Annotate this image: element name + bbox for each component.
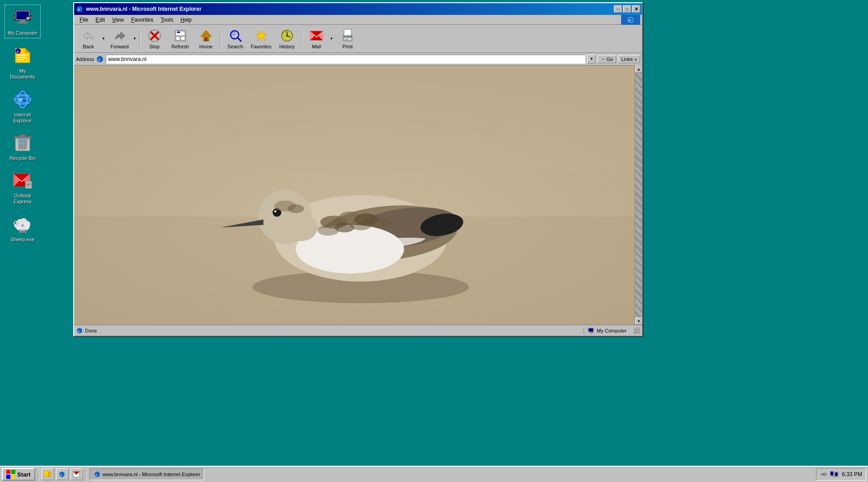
- svg-rect-10: [17, 57, 26, 58]
- back-label: Back: [83, 44, 94, 49]
- address-dropdown[interactable]: ▼: [587, 55, 595, 64]
- favorites-label: Favorites: [251, 44, 271, 49]
- links-label: Links »: [621, 56, 637, 62]
- svg-marker-63: [256, 30, 267, 41]
- my-documents-icon[interactable]: e My Documents: [5, 43, 41, 82]
- scroll-up-button[interactable]: ▲: [635, 66, 642, 73]
- title-bar-left: e www.bnnvara.nl - Microsoft Internet Ex…: [76, 5, 202, 13]
- svg-text:e: e: [78, 7, 80, 12]
- menu-file[interactable]: File: [76, 16, 92, 24]
- forward-icon: [113, 28, 127, 43]
- my-computer-label: My Computer: [8, 30, 38, 36]
- taskbar-ie-window[interactable]: e www.bnnvara.nl - Microsoft Internet Ex…: [90, 468, 204, 480]
- svg-rect-56: [176, 37, 180, 40]
- home-icon: [199, 28, 213, 43]
- outlook-express-icon[interactable]: OutlookExpress: [5, 168, 41, 206]
- home-button[interactable]: Home: [193, 27, 218, 51]
- search-button[interactable]: Search: [223, 27, 248, 51]
- taskbar-ie-icon: e: [94, 471, 101, 477]
- ie-animated-logo: e: [621, 15, 640, 25]
- webpage-content: [74, 66, 642, 325]
- internet-explorer-icon[interactable]: e InternetExplorer: [5, 87, 41, 126]
- favorites-button[interactable]: Favorites: [249, 27, 274, 51]
- menu-tools[interactable]: Tools: [157, 16, 177, 24]
- refresh-button[interactable]: Refresh: [168, 27, 193, 51]
- links-button[interactable]: Links »: [618, 55, 640, 63]
- system-clock: 6:33 PM: [842, 471, 862, 477]
- menu-help[interactable]: Help: [177, 16, 195, 24]
- back-button[interactable]: Back: [76, 27, 101, 51]
- forward-dropdown[interactable]: ▼: [132, 27, 137, 51]
- back-dropdown[interactable]: ▼: [101, 27, 106, 51]
- content-area: ▲ ▼: [74, 66, 642, 325]
- forward-label: Forward: [110, 44, 128, 49]
- stop-button[interactable]: Stop: [142, 27, 167, 51]
- svg-text:e: e: [19, 96, 23, 103]
- mail-button[interactable]: Mail: [304, 27, 329, 51]
- scroll-down-button[interactable]: ▼: [635, 318, 642, 325]
- taskbar-window-label: www.bnnvara.nl - Microsoft Internet Expl…: [103, 472, 200, 477]
- svg-rect-126: [830, 472, 833, 475]
- favorites-icon: [254, 28, 269, 43]
- search-label: Search: [227, 44, 243, 49]
- taskbar: Start e e www.bnnvara.nl - Microsoft Int…: [0, 466, 868, 482]
- maximize-button[interactable]: □: [623, 5, 631, 13]
- sheep-exe-icon[interactable]: Sheep.exe: [5, 211, 41, 244]
- status-computer-icon: [588, 328, 595, 334]
- svg-point-102: [350, 220, 372, 230]
- svg-rect-117: [48, 473, 51, 477]
- svg-rect-6: [26, 17, 30, 19]
- start-button[interactable]: Start: [2, 468, 35, 481]
- menu-favorites[interactable]: Favorites: [127, 16, 157, 24]
- recycle-bin-img: [12, 132, 33, 154]
- outlook-label: OutlookExpress: [14, 193, 32, 205]
- history-label: History: [279, 44, 295, 49]
- taskbar-quick-launch-outlook[interactable]: [71, 468, 83, 480]
- mail-dropdown[interactable]: ▼: [329, 27, 334, 51]
- taskbar-sep-2: [86, 468, 87, 480]
- menu-view[interactable]: View: [108, 16, 127, 24]
- ie-label: InternetExplorer: [14, 112, 32, 124]
- svg-rect-41: [19, 229, 21, 233]
- my-documents-img: e: [12, 45, 33, 66]
- resize-grip-icon: [634, 328, 640, 334]
- go-label: Go: [606, 56, 613, 62]
- svg-text:e: e: [60, 473, 62, 477]
- recycle-bin-icon[interactable]: Recycle Bin: [5, 130, 41, 163]
- mail-group: Mail ▼: [304, 27, 334, 51]
- svg-rect-42: [22, 229, 24, 233]
- history-button[interactable]: History: [274, 27, 299, 51]
- go-button[interactable]: → Go: [597, 55, 616, 63]
- svg-rect-113: [11, 470, 15, 474]
- svg-point-103: [285, 214, 318, 241]
- forward-button[interactable]: Forward: [107, 27, 132, 51]
- print-button[interactable]: Print: [335, 27, 360, 51]
- status-left: e Done: [76, 328, 97, 334]
- taskbar-right: 6:33 PM: [816, 468, 866, 481]
- svg-rect-114: [6, 475, 10, 479]
- refresh-icon: [173, 28, 188, 43]
- svg-rect-3: [17, 22, 28, 23]
- history-icon: [280, 28, 294, 43]
- taskbar-quick-launch-docs[interactable]: [42, 468, 54, 480]
- my-computer-icon[interactable]: My Computer: [5, 5, 41, 38]
- print-label: Print: [342, 44, 353, 49]
- minimize-button[interactable]: ─: [614, 5, 622, 13]
- ie-title-icon: e: [76, 5, 83, 13]
- forward-group: Forward ▼: [107, 27, 137, 51]
- volume-icon[interactable]: [820, 471, 827, 477]
- svg-point-62: [232, 32, 235, 35]
- svg-rect-2: [20, 20, 25, 22]
- scrollbar[interactable]: ▲ ▼: [635, 66, 642, 325]
- address-input[interactable]: [106, 55, 585, 64]
- outlook-img: [12, 169, 33, 191]
- svg-rect-5: [30, 16, 32, 19]
- toolbar-sep-1: [139, 29, 140, 49]
- menu-edit[interactable]: Edit: [92, 16, 108, 24]
- close-button[interactable]: ✕: [632, 5, 640, 13]
- svg-rect-81: [345, 39, 349, 40]
- toolbar-sep-2: [220, 29, 221, 49]
- taskbar-quick-launch-ie[interactable]: e: [56, 468, 69, 480]
- svg-point-44: [21, 225, 24, 227]
- toolbar: Back ▼ Forward ▼: [74, 25, 642, 53]
